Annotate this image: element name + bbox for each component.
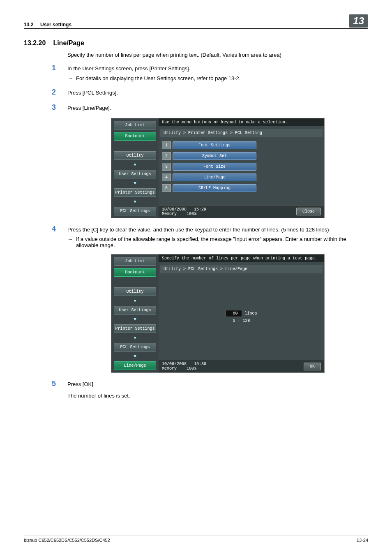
menu-label: Font Size (173, 163, 256, 171)
status-text: 10/06/2008 15:29 Memory 100% (162, 207, 206, 216)
menu-num: 1 (162, 141, 171, 149)
close-button[interactable]: Close (296, 208, 321, 215)
page-header: 13.2 User settings 13 (24, 14, 368, 29)
lines-unit: lines (244, 311, 257, 316)
step-sub: → For details on displaying the User Set… (67, 75, 368, 81)
chevron-down-icon: ▼ (132, 317, 138, 322)
menu-label: Line/Page (173, 173, 256, 181)
menu-label: Font Settings (173, 141, 256, 149)
status-time: 15:29 (194, 207, 206, 212)
section-ref: 13.2 (24, 22, 33, 28)
menu-item-crlf-mapping[interactable]: 5 CR/LF Mapping (162, 184, 256, 192)
step-number: 5 (52, 379, 56, 388)
status-date: 10/06/2008 (162, 207, 187, 212)
step-number: 3 (52, 103, 56, 112)
arrow-icon: → (67, 75, 73, 81)
chevron-down-icon: ▼ (132, 354, 138, 359)
step-text: In the User Settings screen, press [Prin… (67, 65, 368, 73)
section-heading: Line/Page (53, 39, 84, 47)
step-result: The number of lines is set. (67, 392, 368, 400)
step-3: 3 Press [Line/Page]. Job List Bookmark U… (67, 104, 368, 218)
menu-num: 5 (162, 184, 171, 192)
side-tabs: Job List Bookmark Utility ▼ User Setting… (111, 118, 159, 218)
tab-utility[interactable]: Utility (114, 287, 156, 296)
section-number: 13.2.20 (24, 39, 46, 47)
tab-bookmark[interactable]: Bookmark (114, 268, 156, 277)
value-area: 60 lines 5 - 128 (159, 273, 324, 360)
step-4: 4 Press the [C] key to clear the value, … (67, 226, 368, 373)
menu-num: 2 (162, 152, 171, 160)
sub-text: If a value outside of the allowable rang… (76, 236, 368, 248)
chevron-down-icon: ▼ (132, 335, 138, 340)
status-time: 15:30 (194, 362, 206, 366)
chapter-number: 13 (349, 14, 368, 28)
chevron-down-icon: ▼ (132, 298, 138, 303)
chevron-down-icon: ▼ (132, 199, 138, 204)
side-tabs: Job List Bookmark Utility ▼ User Setting… (111, 254, 159, 372)
menu-num: 3 (162, 163, 171, 171)
breadcrumb: Utility > Printer Settings > PCL Setting (160, 129, 323, 137)
steps-list: 1 In the User Settings screen, press [Pr… (67, 65, 368, 400)
section-label: User settings (40, 22, 71, 28)
instruction-bar: Use the menu buttons or keypad to make a… (159, 118, 324, 126)
instruction-bar: Specify the number of lines per page whe… (159, 254, 324, 262)
menu-item-font-settings[interactable]: 1 Font Settings (162, 141, 256, 149)
section-intro: Specify the number of lines per page whe… (67, 52, 368, 58)
tab-user-settings[interactable]: User Settings (114, 170, 156, 178)
tab-line-page[interactable]: Line/Page (114, 361, 156, 370)
range-text: 5 - 128 (233, 319, 250, 323)
header-left: 13.2 User settings (24, 22, 71, 28)
sub-text: For details on displaying the User Setti… (76, 75, 368, 81)
tab-bookmark[interactable]: Bookmark (114, 132, 156, 141)
tab-utility[interactable]: Utility (114, 151, 156, 160)
menu-item-symbol-set[interactable]: 2 Symbol Set (162, 152, 256, 160)
tab-user-settings[interactable]: User Settings (114, 306, 156, 314)
section-title: 13.2.20 Line/Page (24, 39, 368, 47)
tab-pcl-settings[interactable]: PCL Settings (114, 207, 156, 215)
menu-item-font-size[interactable]: 3 Font Size (162, 163, 256, 171)
menu-item-line-page[interactable]: 4 Line/Page (162, 173, 256, 181)
menu-label: CR/LF Mapping (173, 184, 256, 192)
tab-printer-settings[interactable]: Printer Settings (114, 324, 156, 333)
step-number: 1 (52, 64, 56, 72)
step-sub: → If a value outside of the allowable ra… (67, 236, 368, 248)
tab-printer-settings[interactable]: Printer Settings (114, 188, 156, 197)
page-footer: bizhub C652/C652DS/C552/C552DS/C452 13-2… (24, 536, 368, 543)
spacer (114, 143, 156, 149)
footer-model: bizhub C652/C652DS/C552/C552DS/C452 (24, 538, 110, 543)
mem-value: 100% (187, 366, 196, 371)
ok-button[interactable]: OK (304, 363, 321, 370)
chevron-down-icon: ▼ (132, 162, 138, 167)
step-text: Press [Line/Page]. (67, 104, 368, 112)
arrow-icon: → (67, 236, 73, 248)
menu-num: 4 (162, 173, 171, 181)
step-1: 1 In the User Settings screen, press [Pr… (67, 65, 368, 81)
menu-label: Symbol Set (173, 152, 256, 160)
step-text: Press [OK]. (67, 380, 368, 388)
mem-label: Memory (162, 366, 177, 371)
step-number: 2 (52, 88, 56, 97)
status-bar: 10/06/2008 15:30 Memory 100% OK (159, 360, 324, 372)
chevron-down-icon: ▼ (132, 181, 138, 186)
status-date: 10/06/2008 (162, 362, 187, 366)
breadcrumb: Utility > PCL Settings > Line/Page (160, 265, 323, 273)
step-5: 5 Press [OK]. The number of lines is set… (67, 380, 368, 400)
line-page-screen: Job List Bookmark Utility ▼ User Setting… (111, 254, 325, 373)
step-number: 4 (52, 225, 56, 234)
tab-job-list[interactable]: Job List (114, 121, 156, 130)
lines-value-input[interactable]: 60 (226, 310, 242, 317)
footer-page: 13-24 (357, 538, 368, 543)
status-text: 10/06/2008 15:30 Memory 100% (162, 362, 206, 371)
step-text: Press the [C] key to clear the value, an… (67, 226, 368, 234)
step-2: 2 Press [PCL Settings]. (67, 89, 368, 97)
menu-area: 1 Font Settings 2 Symbol Set 3 Font Size (159, 137, 324, 205)
tab-job-list[interactable]: Job List (114, 257, 156, 266)
pcl-setting-screen: Job List Bookmark Utility ▼ User Setting… (111, 118, 325, 218)
status-bar: 10/06/2008 15:29 Memory 100% Close (159, 205, 324, 218)
spacer (114, 279, 156, 285)
step-text: Press [PCL Settings]. (67, 89, 368, 97)
mem-value: 100% (187, 212, 196, 216)
tab-pcl-settings[interactable]: PCL Settings (114, 343, 156, 352)
mem-label: Memory (162, 212, 177, 216)
